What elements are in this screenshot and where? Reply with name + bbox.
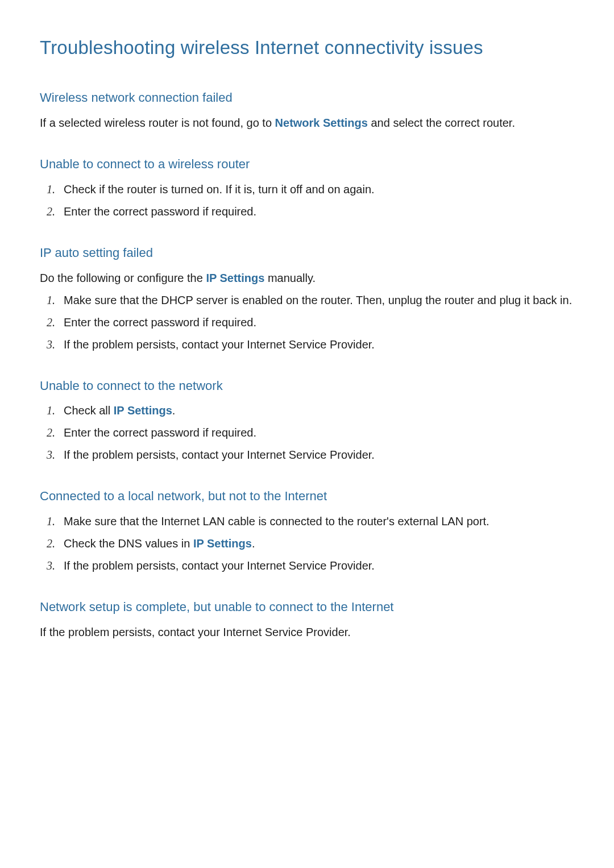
text-fragment: and select the correct router. xyxy=(368,117,515,129)
section-unable-connect-network: Unable to connect to the network 1. Chec… xyxy=(40,377,574,464)
list-text: Check the DNS values in IP Settings. xyxy=(64,535,574,552)
list-item: 2. Enter the correct password if require… xyxy=(40,314,574,331)
section-text: If the problem persists, contact your In… xyxy=(40,624,574,641)
list-item: 3. If the problem persists, contact your… xyxy=(40,337,574,353)
list-text: Make sure that the DHCP server is enable… xyxy=(64,292,574,309)
list-number: 3. xyxy=(40,558,64,574)
list-number: 1. xyxy=(40,181,64,198)
section-heading: Wireless network connection failed xyxy=(40,89,574,107)
link-ip-settings[interactable]: IP Settings xyxy=(114,404,172,417)
section-setup-complete-no-internet: Network setup is complete, but unable to… xyxy=(40,598,574,641)
list-number: 2. xyxy=(40,314,64,331)
section-wireless-failed: Wireless network connection failed If a … xyxy=(40,89,574,131)
list-number: 1. xyxy=(40,402,64,419)
text-fragment: . xyxy=(172,404,176,417)
list-number: 3. xyxy=(40,447,64,463)
link-network-settings[interactable]: Network Settings xyxy=(275,117,368,129)
list-item: 1. Check if the router is turned on. If … xyxy=(40,181,574,198)
list-text: If the problem persists, contact your In… xyxy=(64,447,574,463)
section-text: Do the following or configure the IP Set… xyxy=(40,270,574,286)
list-item: 3. If the problem persists, contact your… xyxy=(40,558,574,574)
list-text: Enter the correct password if required. xyxy=(64,203,574,220)
list-number: 1. xyxy=(40,513,64,530)
text-fragment: manually. xyxy=(264,272,316,284)
page-title: Troubleshooting wireless Internet connec… xyxy=(40,34,574,61)
section-text: If a selected wireless router is not fou… xyxy=(40,115,574,131)
ordered-list: 1. Check if the router is turned on. If … xyxy=(40,181,574,220)
list-text: Check all IP Settings. xyxy=(64,402,574,419)
section-ip-auto-failed: IP auto setting failed Do the following … xyxy=(40,244,574,353)
list-item: 1. Check all IP Settings. xyxy=(40,402,574,419)
list-text: Check if the router is turned on. If it … xyxy=(64,181,574,198)
list-text: Make sure that the Internet LAN cable is… xyxy=(64,513,574,530)
section-heading: IP auto setting failed xyxy=(40,244,574,262)
section-unable-connect-router: Unable to connect to a wireless router 1… xyxy=(40,155,574,220)
list-number: 3. xyxy=(40,337,64,353)
link-ip-settings[interactable]: IP Settings xyxy=(206,272,264,284)
list-item: 1. Make sure that the DHCP server is ena… xyxy=(40,292,574,309)
list-text: If the problem persists, contact your In… xyxy=(64,558,574,574)
list-item: 2. Enter the correct password if require… xyxy=(40,203,574,220)
list-item: 2. Enter the correct password if require… xyxy=(40,425,574,441)
list-text: Enter the correct password if required. xyxy=(64,314,574,331)
list-text: Enter the correct password if required. xyxy=(64,425,574,441)
list-number: 2. xyxy=(40,425,64,441)
list-text: If the problem persists, contact your In… xyxy=(64,337,574,353)
ordered-list: 1. Check all IP Settings. 2. Enter the c… xyxy=(40,402,574,463)
text-fragment: If a selected wireless router is not fou… xyxy=(40,117,275,129)
list-item: 3. If the problem persists, contact your… xyxy=(40,447,574,463)
section-local-not-internet: Connected to a local network, but not to… xyxy=(40,487,574,574)
text-fragment: Check the DNS values in xyxy=(64,537,193,550)
list-number: 2. xyxy=(40,535,64,552)
text-fragment: Do the following or configure the xyxy=(40,272,206,284)
list-item: 1. Make sure that the Internet LAN cable… xyxy=(40,513,574,530)
text-fragment: Check all xyxy=(64,404,114,417)
link-ip-settings[interactable]: IP Settings xyxy=(193,537,252,550)
section-heading: Unable to connect to a wireless router xyxy=(40,155,574,173)
ordered-list: 1. Make sure that the Internet LAN cable… xyxy=(40,513,574,574)
list-number: 1. xyxy=(40,292,64,309)
ordered-list: 1. Make sure that the DHCP server is ena… xyxy=(40,292,574,353)
section-heading: Unable to connect to the network xyxy=(40,377,574,395)
list-item: 2. Check the DNS values in IP Settings. xyxy=(40,535,574,552)
text-fragment: . xyxy=(252,537,255,550)
section-heading: Network setup is complete, but unable to… xyxy=(40,598,574,616)
list-number: 2. xyxy=(40,203,64,220)
section-heading: Connected to a local network, but not to… xyxy=(40,487,574,505)
